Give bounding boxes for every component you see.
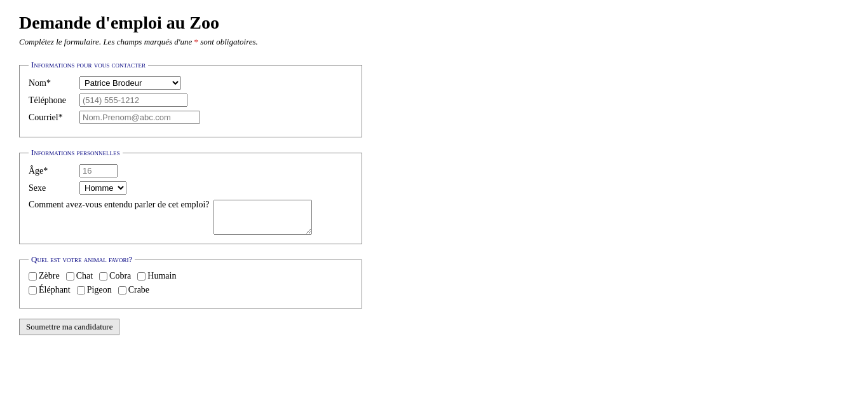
courriel-row: Courriel* <box>29 111 353 124</box>
subtitle: Complétez le formulaire. Les champs marq… <box>19 37 849 47</box>
contact-legend: Informations pour vous contacter <box>29 60 148 70</box>
humain-group: Humain <box>137 271 176 281</box>
chat-label: Chat <box>76 271 93 281</box>
age-input[interactable] <box>79 164 118 177</box>
elephant-label: Éléphant <box>39 285 71 295</box>
subtitle-pre: Complétez le formulaire. Les champs marq… <box>19 37 194 46</box>
telephone-input[interactable] <box>79 94 187 107</box>
courriel-input[interactable] <box>79 111 200 124</box>
zebre-label: Zèbre <box>39 271 60 281</box>
nom-row: Nom* Patrice Brodeur <box>29 76 353 90</box>
animals-row-1: Zèbre Chat Cobra Humain <box>29 271 353 281</box>
sexe-row: Sexe Homme Femme <box>29 181 353 195</box>
personal-section: Informations personnelles Âge* Sexe Homm… <box>19 148 362 244</box>
elephant-group: Éléphant <box>29 285 71 295</box>
crabe-group: Crabe <box>118 285 149 295</box>
nom-label: Nom* <box>29 78 79 88</box>
animals-row-2: Éléphant Pigeon Crabe <box>29 285 353 295</box>
cobra-checkbox[interactable] <box>99 272 107 281</box>
humain-checkbox[interactable] <box>137 272 146 281</box>
elephant-checkbox[interactable] <box>29 286 37 295</box>
animal-section: Quel est votre animal favori? Zèbre Chat… <box>19 254 362 309</box>
crabe-checkbox[interactable] <box>118 286 126 295</box>
pigeon-group: Pigeon <box>77 285 112 295</box>
zebre-checkbox[interactable] <box>29 272 37 281</box>
sexe-label: Sexe <box>29 183 79 193</box>
age-label: Âge* <box>29 166 79 176</box>
age-row: Âge* <box>29 164 353 177</box>
chat-checkbox[interactable] <box>66 272 74 281</box>
comment-row: Comment avez-vous entendu parler de cet … <box>29 200 353 235</box>
cobra-group: Cobra <box>99 271 131 281</box>
courriel-label: Courriel* <box>29 113 79 123</box>
cobra-label: Cobra <box>109 271 131 281</box>
pigeon-label: Pigeon <box>87 285 112 295</box>
animal-legend: Quel est votre animal favori? <box>29 254 135 265</box>
contact-section: Informations pour vous contacter Nom* Pa… <box>19 60 362 137</box>
telephone-label: Téléphone <box>29 95 79 106</box>
sexe-select[interactable]: Homme Femme <box>79 181 126 195</box>
comment-label: Comment avez-vous entendu parler de cet … <box>29 200 210 210</box>
zebre-group: Zèbre <box>29 271 60 281</box>
subtitle-post: sont obligatoires. <box>198 37 258 46</box>
page-title: Demande d'emploi au Zoo <box>19 13 849 33</box>
crabe-label: Crabe <box>128 285 149 295</box>
humain-label: Humain <box>147 271 176 281</box>
telephone-row: Téléphone <box>29 94 353 107</box>
pigeon-checkbox[interactable] <box>77 286 85 295</box>
nom-select[interactable]: Patrice Brodeur <box>79 76 181 90</box>
chat-group: Chat <box>66 271 93 281</box>
comment-textarea[interactable] <box>214 200 312 235</box>
personal-legend: Informations personnelles <box>29 148 123 158</box>
submit-button[interactable]: Soumettre ma candidature <box>19 319 119 335</box>
